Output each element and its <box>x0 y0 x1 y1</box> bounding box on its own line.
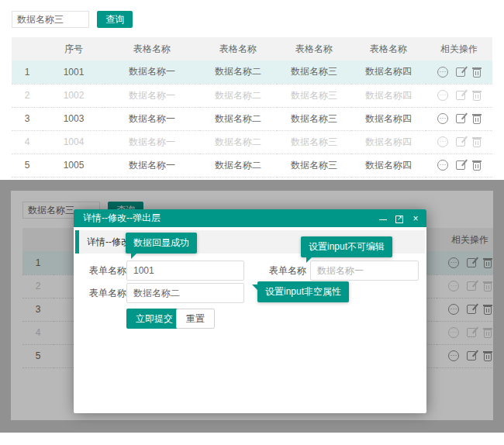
table-cell: 数据名称一 <box>105 60 199 84</box>
table-cell: 数据名称四 <box>351 60 426 84</box>
table-cell: 数据名称三 <box>277 60 351 84</box>
search-bar: 查询 <box>12 11 133 28</box>
close-icon[interactable]: × <box>411 214 420 223</box>
form-label-3: 表单名称 <box>89 284 126 302</box>
more-icon[interactable] <box>437 136 448 147</box>
edit-icon[interactable] <box>456 91 465 100</box>
form-label-1: 表单名称 <box>89 261 126 280</box>
column-header: 表格名称 <box>351 37 426 60</box>
overlay-section: 查询 序号表格名称表格名称表格名称表格名称相关操作11001数据名称一数据名称二… <box>0 180 504 433</box>
table-row: 11001数据名称一数据名称二数据名称三数据名称四 <box>12 60 492 84</box>
table-cell: 数据名称二 <box>199 60 277 84</box>
table-cell: 数据名称二 <box>199 130 277 154</box>
table-cell: 5 <box>12 154 43 177</box>
table-cell: 数据名称四 <box>351 84 426 107</box>
table-cell: 数据名称二 <box>199 154 277 177</box>
more-icon[interactable] <box>437 67 448 78</box>
tooltip-input-readonly: 设置input不可编辑 <box>301 236 392 257</box>
table-cell: 数据名称三 <box>277 130 351 154</box>
edit-icon[interactable] <box>456 67 465 77</box>
table-cell: 3 <box>12 107 43 130</box>
delete-icon[interactable] <box>473 139 481 147</box>
form-input-name[interactable] <box>126 283 244 303</box>
form-label-2: 表单名称 <box>269 261 306 280</box>
table-cell: 数据名称三 <box>277 107 351 130</box>
table-cell: 数据名称二 <box>199 107 277 130</box>
table-cell: 数据名称四 <box>351 107 426 130</box>
delete-icon[interactable] <box>473 162 481 171</box>
delete-icon[interactable] <box>473 92 481 101</box>
table-cell: 1003 <box>43 107 105 130</box>
row-actions <box>426 130 492 154</box>
tooltip-input-required: 设置input非空属性 <box>257 281 349 302</box>
table-cell: 1001 <box>43 60 105 84</box>
delete-icon[interactable] <box>473 69 481 78</box>
page-normal: 查询 序号表格名称表格名称表格名称表格名称相关操作11001数据名称一数据名称二… <box>0 0 504 180</box>
table-cell: 数据名称一 <box>105 107 199 130</box>
table-cell: 数据名称三 <box>277 154 351 177</box>
form-input-readonly <box>310 260 419 281</box>
edit-icon[interactable] <box>456 160 465 170</box>
minimize-icon[interactable] <box>378 214 388 223</box>
delete-icon[interactable] <box>473 116 481 124</box>
table-cell: 1 <box>12 60 43 84</box>
table-cell: 数据名称三 <box>277 84 351 107</box>
search-input[interactable] <box>12 11 89 28</box>
tooltip-echo-success: 数据回显成功 <box>126 233 197 254</box>
column-header <box>12 37 43 60</box>
table-cell: 2 <box>12 84 43 107</box>
table-cell: 1005 <box>43 154 105 177</box>
table-cell: 数据名称一 <box>105 130 199 154</box>
table-cell: 数据名称一 <box>105 154 199 177</box>
table-cell: 数据名称一 <box>105 84 199 107</box>
table-row: 41004数据名称一数据名称二数据名称三数据名称四 <box>12 130 492 154</box>
table-cell: 4 <box>12 130 43 154</box>
row-actions <box>426 107 492 130</box>
table-row: 21002数据名称一数据名称二数据名称三数据名称四 <box>12 84 492 107</box>
modal-dialog: 详情--修改--弹出层 × 详情--修改操作 数据回显成功 设置input不可编… <box>74 209 426 413</box>
column-header: 表格名称 <box>277 37 351 60</box>
row-actions <box>426 84 492 107</box>
modal-titlebar: 详情--修改--弹出层 × <box>74 209 426 227</box>
table-cell: 数据名称四 <box>351 130 426 154</box>
form-input-id[interactable] <box>126 260 244 281</box>
table-cell: 1002 <box>43 84 105 107</box>
table-row: 31003数据名称一数据名称二数据名称三数据名称四 <box>12 107 492 130</box>
row-actions <box>426 154 492 177</box>
column-header: 相关操作 <box>426 37 492 60</box>
edit-icon[interactable] <box>456 137 465 147</box>
table-cell: 数据名称二 <box>199 84 277 107</box>
column-header: 表格名称 <box>105 37 199 60</box>
more-icon[interactable] <box>437 160 448 171</box>
reset-button[interactable]: 重置 <box>176 309 215 329</box>
row-actions <box>426 60 492 84</box>
more-icon[interactable] <box>437 90 448 101</box>
search-button[interactable]: 查询 <box>97 11 133 28</box>
column-header: 表格名称 <box>199 37 277 60</box>
table-cell: 数据名称四 <box>351 154 426 177</box>
window-controls: × <box>378 209 420 227</box>
column-header: 序号 <box>43 37 105 60</box>
more-icon[interactable] <box>437 113 448 124</box>
modal-title: 详情--修改--弹出层 <box>83 209 161 227</box>
table-row: 51005数据名称一数据名称二数据名称三数据名称四 <box>12 154 492 177</box>
maximize-icon[interactable] <box>395 214 404 223</box>
submit-button[interactable]: 立即提交 <box>126 309 182 329</box>
table-cell: 1004 <box>43 130 105 154</box>
data-table: 序号表格名称表格名称表格名称表格名称相关操作11001数据名称一数据名称二数据名… <box>12 37 492 178</box>
edit-icon[interactable] <box>456 114 465 123</box>
